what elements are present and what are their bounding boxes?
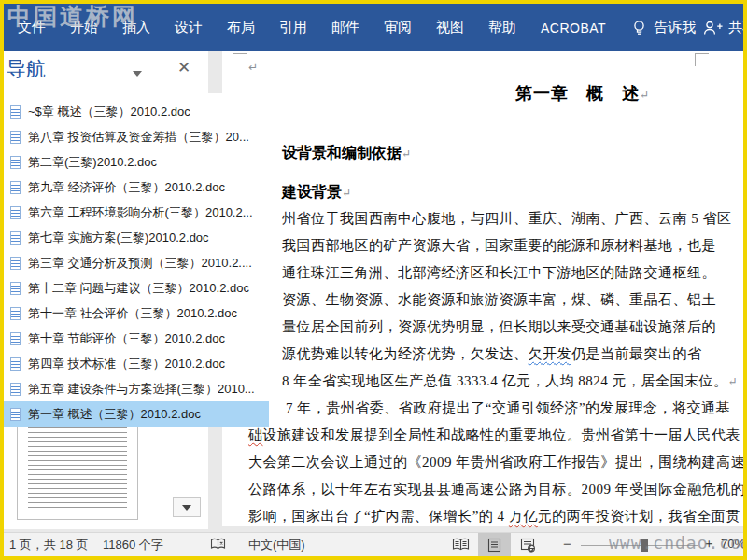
list-item-label: 第三章 交通分析及预测（三黎）2010.2.... [28, 255, 252, 272]
word-window: 文件 开始 插入 设计 布局 引用 邮件 审阅 视图 帮助 ACROBAT 告诉… [0, 0, 747, 560]
zoom-slider-handle[interactable] [641, 539, 648, 552]
word-doc-icon [10, 131, 21, 144]
doc-line[interactable]: 影响，国家出台了“扩内需、保增长”的 4 万亿元的两年投资计划，我省全面贯 [248, 508, 740, 525]
list-item-label: ~$章 概述（三黎）2010.2.doc [28, 104, 190, 120]
list-item-selected[interactable]: 第一章 概述（三黎）2010.2.doc [4, 401, 269, 427]
doc-line[interactable]: 我国西部地区的矿产资源大省，国家重要的能源和原材料基地，也是 [282, 237, 716, 255]
zoom-level[interactable]: 70% [721, 537, 745, 551]
page-thumbnail[interactable] [17, 415, 138, 520]
grammar-squiggle: 欠开发 [529, 346, 572, 361]
paragraph-mark: ↵ [402, 147, 411, 161]
list-item[interactable]: 第十一章 社会评价（三黎）2010.2.doc [4, 301, 280, 326]
language-status[interactable]: 中文(中国) [248, 537, 305, 553]
person-plus-icon [702, 21, 724, 35]
paragraph-mark: ↵ [728, 375, 739, 388]
word-doc-icon [10, 206, 21, 219]
list-item-label: 第八章 投资估算及资金筹措（三黎）20... [28, 129, 249, 146]
lightbulb-icon [631, 20, 647, 36]
paragraph-mark: ↵ [248, 61, 258, 74]
list-item[interactable]: 第四章 技术标准（三黎）2010.2.doc [4, 351, 280, 376]
share-button[interactable]: 共享 [702, 19, 743, 36]
doc-line[interactable]: 通往珠江三角洲、北部湾经济区和长江中下游地区的陆路交通枢纽。 [282, 264, 716, 282]
content-area: ↵ 第一章 概 述↵ 设背景和编制依据↵ 建设背景↵ 州省位于我国西南中心腹地，… [4, 51, 743, 532]
doc-line[interactable]: 资源、生物资源、水能资源和旅游资源丰富，煤、磷、重晶石、铝土 [282, 291, 716, 309]
doc-line[interactable]: 7 年，贵州省委、省政府提出了“交通引领经济”的发展理念，将交通基 [286, 399, 730, 417]
tab-help[interactable]: 帮助 [476, 6, 529, 49]
scroll-down-button[interactable] [173, 497, 201, 517]
list-item[interactable]: 第十章 节能评价（三黎）2010.2.doc [4, 326, 280, 351]
tab-mailings[interactable]: 邮件 [319, 6, 372, 49]
word-count-status[interactable]: 11860 个字 [103, 537, 163, 553]
tab-acrobat[interactable]: ACROBAT [529, 7, 618, 49]
page-number-status[interactable]: 1 页，共 18 页 [9, 537, 89, 553]
read-mode-icon [452, 538, 470, 552]
list-item-label: 第九章 经济评价（三黎）2010.2.doc [28, 179, 225, 196]
word-doc-icon [10, 332, 21, 345]
thumbnail-text-lines [28, 426, 127, 508]
page-margin-mark-left [233, 53, 247, 66]
status-bar: 1 页，共 18 页 11860 个字 中文(中国) − [4, 532, 743, 556]
list-item-label: 第十一章 社会评价（三黎）2010.2.doc [28, 305, 237, 322]
list-item-label: 第六章 工程环境影响分析(三黎）2010.2... [28, 204, 253, 221]
doc-line[interactable]: 州省位于我国西南中心腹地，与四川、重庆、湖南、广西、云南 5 省区 [282, 210, 732, 228]
word-doc-icon [10, 181, 21, 194]
close-icon[interactable]: ✕ [177, 58, 190, 77]
proofing-status-icon[interactable] [210, 538, 226, 554]
tab-review[interactable]: 审阅 [372, 6, 424, 49]
list-item[interactable]: ~$章 概述（三黎）2010.2.doc [4, 99, 280, 124]
doc-line[interactable]: 源优势难以转化为经济优势，欠发达、欠开发仍是当前最突出的省 [282, 345, 702, 363]
share-label: 共享 [728, 19, 743, 36]
word-doc-icon [10, 357, 21, 371]
web-layout-icon [520, 538, 536, 553]
list-item[interactable]: 第十二章 问题与建议（三黎）2010.2.doc [4, 275, 280, 301]
list-item[interactable]: 第九章 经济评价（三黎）2010.2.doc [4, 175, 280, 200]
list-item-label: 第十章 节能评价（三黎）2010.2.doc [28, 330, 225, 347]
list-item[interactable]: 第五章 建设条件与方案选择(三黎）2010... [4, 376, 280, 401]
tab-design[interactable]: 设计 [162, 6, 215, 49]
list-item-label: 第十二章 问题与建议（三黎）2010.2.doc [28, 280, 249, 297]
tab-references[interactable]: 引用 [267, 6, 319, 49]
word-doc-icon [10, 408, 21, 421]
tab-view[interactable]: 视图 [424, 6, 476, 49]
tab-home[interactable]: 开始 [58, 6, 110, 49]
zoom-in-button[interactable]: ＋ [702, 536, 715, 553]
list-item-label: 第七章 实施方案(三黎)2010.2.doc [28, 230, 209, 246]
doc-line[interactable]: 础设施建设和发展提到全局性和战略性的重要地位。贵州省第十一届人民代表 [248, 427, 740, 444]
doc-line[interactable]: 大会第二次会议上通过的《2009 年贵州省政府工作报告》提出，围绕构建高速 [248, 454, 743, 471]
caret-down-icon [182, 505, 191, 511]
print-layout-button[interactable] [478, 533, 511, 556]
doc-title[interactable]: 第一章 概 述↵ [515, 82, 650, 105]
zoom-slider-track[interactable] [581, 545, 698, 546]
tell-me-label: 告诉我 [654, 19, 696, 36]
spelling-squiggle: 万亿 [509, 509, 538, 524]
doc-line[interactable]: 量位居全国前列，资源优势明显，但长期以来受交通基础设施落后的 [282, 318, 716, 336]
tab-insert[interactable]: 插入 [110, 6, 162, 49]
tab-file[interactable]: 文件 [6, 6, 58, 49]
list-item-label: 第一章 概述（三黎）2010.2.doc [28, 406, 201, 423]
word-doc-icon [10, 105, 21, 119]
list-item[interactable]: 第二章(三黎)2010.2.doc [4, 149, 280, 175]
doc-line[interactable]: 公路体系，以十年左右实现县县通高速公路为目标。2009 年受国际金融危机的 [248, 481, 743, 498]
list-item[interactable]: 第七章 实施方案(三黎)2010.2.doc [4, 225, 280, 250]
word-doc-icon [10, 282, 21, 295]
tell-me-box[interactable]: 告诉我 [631, 19, 696, 36]
ribbon-bar: 文件 开始 插入 设计 布局 引用 邮件 审阅 视图 帮助 ACROBAT 告诉… [4, 4, 743, 51]
word-doc-icon [10, 383, 21, 396]
paragraph-mark: ↵ [640, 89, 650, 102]
chevron-down-icon[interactable] [133, 71, 142, 77]
list-item[interactable]: 第三章 交通分析及预测（三黎）2010.2.... [4, 250, 280, 275]
list-item[interactable]: 第八章 投资估算及资金筹措（三黎）20... [4, 124, 280, 149]
doc-heading-2[interactable]: 建设背景↵ [282, 183, 351, 203]
word-doc-icon [10, 231, 21, 245]
doc-heading-1[interactable]: 设背景和编制依据↵ [282, 144, 411, 163]
list-item[interactable]: 第六章 工程环境影响分析(三黎）2010.2... [4, 200, 280, 225]
word-doc-icon [10, 257, 21, 270]
doc-line[interactable]: 8 年全省实现地区生产总值 3333.4 亿元，人均 8824 元，居全国末位。… [282, 372, 738, 390]
zoom-out-button[interactable]: − [563, 536, 571, 552]
web-layout-button[interactable] [512, 533, 544, 556]
paragraph-mark: ↵ [342, 187, 351, 200]
tab-layout[interactable]: 布局 [215, 6, 267, 49]
list-item-label: 第五章 建设条件与方案选择(三黎）2010... [28, 381, 255, 398]
word-doc-icon [10, 156, 21, 169]
read-mode-button[interactable] [444, 533, 477, 556]
